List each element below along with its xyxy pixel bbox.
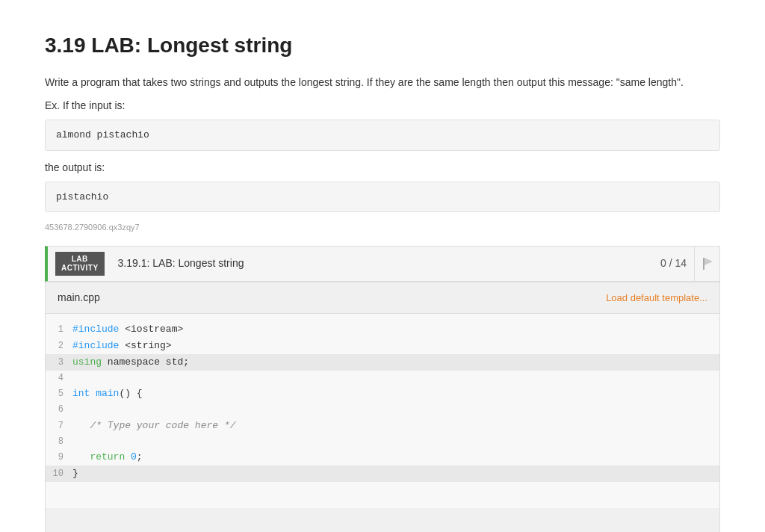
lab-activity-bar: LAB ACTIVITY 3.19.1: LAB: Longest string… xyxy=(45,246,720,282)
line-number-3: 3 xyxy=(46,355,72,370)
lab-score: 0 / 14 xyxy=(660,256,687,271)
line-content-1: #include <iostream> xyxy=(72,321,183,338)
code-line-7: 7 /* Type your code here */ xyxy=(46,418,719,434)
output-label: the output is: xyxy=(45,160,720,176)
line-content-10: } xyxy=(72,466,78,482)
page-title: 3.19 LAB: Longest string xyxy=(45,30,720,61)
description-text: Write a program that takes two strings a… xyxy=(45,75,720,90)
line-content-3: using namespace std; xyxy=(72,354,189,371)
code-line-2: 2 #include <string> xyxy=(46,338,719,354)
svg-marker-1 xyxy=(704,258,713,265)
code-line-6: 6 xyxy=(46,402,719,417)
code-line-5: 5 int main() { xyxy=(46,386,719,402)
line-number-1: 1 xyxy=(46,322,72,337)
line-content-9: return 0; xyxy=(72,449,143,466)
line-number-4: 4 xyxy=(46,371,72,386)
line-content-5: int main() { xyxy=(72,386,143,402)
editor-body[interactable]: 1 #include <iostream> 2 #include <string… xyxy=(46,314,719,508)
load-template-button[interactable]: Load default template... xyxy=(606,292,707,303)
flag-icon xyxy=(699,256,716,272)
editor-footer: ⤡ xyxy=(46,508,719,533)
activity-id: 453678.2790906.qx3zqy7 xyxy=(45,221,720,234)
lab-title: 3.19.1: LAB: Longest string xyxy=(118,256,660,271)
line-number-7: 7 xyxy=(46,418,72,433)
code-line-3: 3 using namespace std; xyxy=(46,354,719,371)
lab-badge: LAB ACTIVITY xyxy=(55,252,105,276)
input-example: almond pistachio xyxy=(45,120,720,151)
code-line-4: 4 xyxy=(46,371,719,386)
code-editor: main.cpp Load default template... 1 #inc… xyxy=(45,282,720,533)
line-number-2: 2 xyxy=(46,338,72,353)
line-number-5: 5 xyxy=(46,386,72,401)
line-number-6: 6 xyxy=(46,402,72,417)
code-line-8: 8 xyxy=(46,434,719,449)
code-line-10: 10 } xyxy=(46,466,719,482)
output-example: pistachio xyxy=(45,182,720,213)
lab-flag[interactable] xyxy=(694,247,719,281)
line-number-10: 10 xyxy=(46,466,72,481)
example-label: Ex. If the input is: xyxy=(45,98,720,114)
svg-rect-0 xyxy=(703,258,704,270)
code-line-1: 1 #include <iostream> xyxy=(46,321,719,338)
code-line-9: 9 return 0; xyxy=(46,449,719,466)
line-content-7: /* Type your code here */ xyxy=(72,418,235,434)
line-number-9: 9 xyxy=(46,450,72,465)
line-number-8: 8 xyxy=(46,434,72,449)
line-content-2: #include <string> xyxy=(72,338,172,354)
editor-filename: main.cpp xyxy=(58,290,100,306)
editor-header: main.cpp Load default template... xyxy=(46,282,719,314)
